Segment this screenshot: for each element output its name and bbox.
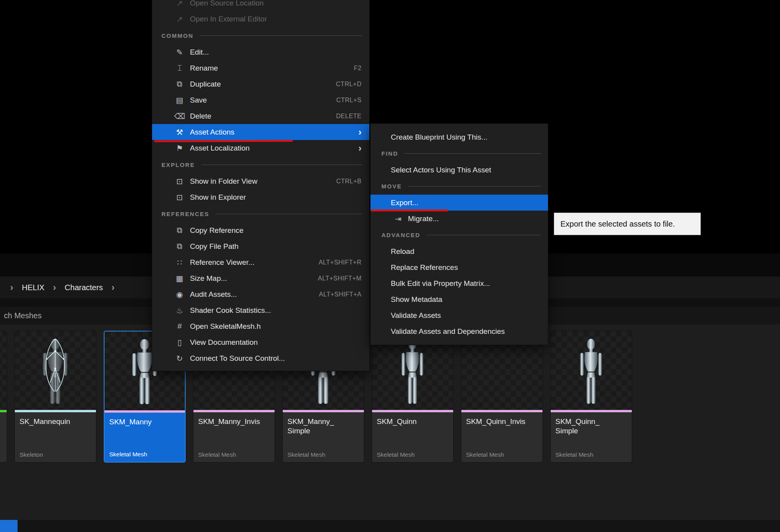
menu-item-label: Size Map...: [190, 274, 227, 283]
menu-item-create-blueprint-using-this[interactable]: Create Blueprint Using This...: [370, 129, 548, 145]
wrench-icon: ⚒: [169, 128, 190, 137]
asset-tile-skm-quinn[interactable]: SKM_Quinn Skeletal Mesh: [372, 331, 454, 463]
asset-name: SKM_Quinn_Simple: [555, 417, 603, 436]
pencil-icon: ✎: [169, 48, 190, 57]
menu-item-duplicate[interactable]: ⧉ Duplicate CTRL+D: [152, 76, 369, 92]
migrate-icon: ⇥: [388, 214, 408, 223]
asset-label-area: [0, 412, 7, 462]
menu-item-show-in-folder-view[interactable]: ⊡ Show in Folder View CTRL+B: [152, 173, 369, 189]
mannequin-figure: [569, 337, 613, 405]
section-divider: [404, 153, 541, 154]
chevron-right-icon: ›: [112, 283, 115, 292]
asset-tile-skm-quinn-invis[interactable]: SKM_Quinn_Invis Skeletal Mesh: [461, 331, 543, 463]
menu-item-select-actors-using-this-asset[interactable]: Select Actors Using This Asset: [370, 162, 548, 178]
asset-tile-partial[interactable]: [0, 331, 7, 463]
menu-item-label: Shader Cook Statistics...: [190, 306, 271, 315]
menu-item-export[interactable]: Export...: [370, 195, 548, 211]
section-label: ADVANCED: [381, 232, 420, 238]
menu-item-label: Open SkeletalMesh.h: [190, 322, 261, 331]
menu-item-edit[interactable]: ✎ Edit...: [152, 44, 369, 60]
section-label: MOVE: [381, 183, 402, 190]
menu-item-label: Show in Explorer: [190, 193, 246, 202]
menu-item-label: View Documentation: [190, 338, 258, 347]
chevron-right-icon: ›: [10, 283, 13, 292]
menu-item-label: Create Blueprint Using This...: [391, 133, 488, 142]
menu-item-label: Replace References: [391, 263, 458, 272]
menu-item-label: Migrate...: [408, 215, 439, 223]
section-divider: [427, 235, 541, 235]
menu-item-audit-assets[interactable]: ◉ Audit Assets... ALT+SHIFT+A: [152, 286, 369, 302]
asset-name: SKM_Manny_Simple: [287, 417, 335, 436]
menu-item-label: Connect To Source Control...: [190, 354, 285, 363]
asset-name: SKM_Manny: [109, 417, 180, 427]
red-underline-annotation: [371, 209, 448, 211]
documentation-icon: ▯: [169, 338, 190, 347]
menu-item-asset-localization[interactable]: ⚑ Asset Localization ›: [152, 140, 369, 156]
asset-tile-skm-quinn-simple[interactable]: SKM_Quinn_Simple Skeletal Mesh: [550, 331, 632, 463]
breadcrumb-item-characters[interactable]: Characters: [65, 283, 103, 292]
menu-item-open-source-location[interactable]: ↗ Open Source Location: [152, 0, 369, 11]
menu-item-validate-assets[interactable]: Validate Assets: [370, 307, 548, 323]
menu-item-show-metadata[interactable]: Show Metadata: [370, 291, 548, 307]
menu-item-label: Reload: [391, 247, 414, 256]
menu-item-label: Bulk Edit via Property Matrix...: [391, 279, 490, 288]
menu-section-advanced: ADVANCED: [370, 227, 548, 243]
menu-item-bulk-edit-via-property-matrix[interactable]: Bulk Edit via Property Matrix...: [370, 275, 548, 291]
flag-icon: ⚑: [169, 144, 190, 153]
asset-label-area: SKM_Quinn_Invis Skeletal Mesh: [461, 412, 542, 462]
menu-item-copy-reference[interactable]: ⧉ Copy Reference: [152, 222, 369, 238]
header-file-icon: #: [169, 322, 190, 331]
asset-type: Skeletal Mesh: [377, 451, 448, 458]
menu-item-open-skeletalmesh-h[interactable]: # Open SkeletalMesh.h: [152, 318, 369, 334]
menu-item-label: Validate Assets: [391, 311, 441, 320]
section-label: EXPLORE: [161, 161, 195, 168]
menu-section-explore: EXPLORE: [152, 156, 369, 173]
menu-item-view-documentation[interactable]: ▯ View Documentation: [152, 334, 369, 350]
menu-item-size-map[interactable]: ▦ Size Map... ALT+SHIFT+M: [152, 270, 369, 286]
menu-item-show-in-explorer[interactable]: ⊡ Show in Explorer: [152, 189, 369, 205]
shortcut-label: ALT+SHIFT+A: [319, 291, 362, 298]
menu-section-move: MOVE: [370, 178, 548, 195]
menu-item-shader-cook-statistics[interactable]: ♨ Shader Cook Statistics...: [152, 302, 369, 318]
asset-label-area: SKM_Quinn_Simple Skeletal Mesh: [551, 412, 632, 462]
chevron-right-icon: ›: [358, 144, 362, 153]
menu-item-label: Save: [190, 96, 207, 105]
menu-item-copy-file-path[interactable]: ⧉ Copy File Path: [152, 238, 369, 254]
status-bar-accent[interactable]: [0, 520, 18, 532]
open-source-location-icon: ↗: [169, 0, 190, 8]
menu-item-rename[interactable]: ⌶ Rename F2: [152, 60, 369, 76]
menu-item-save[interactable]: ▤ Save CTRL+S: [152, 92, 369, 108]
menu-item-label: Delete: [190, 112, 211, 121]
section-label: FIND: [381, 150, 398, 157]
open-external-editor-icon: ↗: [169, 14, 190, 24]
menu-item-label: Copy Reference: [190, 226, 243, 235]
menu-item-migrate[interactable]: ⇥ Migrate...: [370, 211, 548, 227]
section-label: REFERENCES: [161, 211, 209, 217]
menu-item-asset-actions[interactable]: ⚒ Asset Actions ›: [152, 124, 369, 140]
menu-item-delete[interactable]: ⌫ Delete DELETE: [152, 108, 369, 124]
menu-item-label: Edit...: [190, 48, 209, 57]
export-tooltip: Export the selected assets to file.: [554, 213, 701, 235]
section-divider: [216, 214, 362, 214]
menu-item-validate-assets-and-dependencies[interactable]: Validate Assets and Dependencies: [370, 323, 548, 339]
menu-item-open-in-external-editor[interactable]: ↗ Open In External Editor: [152, 11, 369, 27]
mannequin-figure: [391, 337, 434, 405]
skeleton-figure: [34, 337, 77, 405]
menu-item-connect-to-source-control[interactable]: ↻ Connect To Source Control...: [152, 350, 369, 366]
folder-search-icon: ⊡: [169, 193, 190, 202]
asset-tile-row: SK_Mannequin Skeleton SKM_Manny Skeletal…: [0, 331, 780, 463]
save-icon: ▤: [169, 96, 190, 105]
reference-graph-icon: ∷: [169, 258, 190, 267]
section-divider: [200, 35, 362, 36]
breadcrumb-item-helix[interactable]: HELIX: [22, 283, 44, 292]
source-control-icon: ↻: [169, 354, 190, 363]
asset-tile-sk-mannequin[interactable]: SK_Mannequin Skeleton: [14, 331, 96, 463]
rename-icon: ⌶: [169, 64, 190, 73]
menu-item-reload[interactable]: Reload: [370, 243, 548, 259]
asset-thumbnail: [551, 331, 632, 410]
folder-search-icon: ⊡: [169, 177, 190, 186]
menu-item-label: Select Actors Using This Asset: [391, 166, 491, 174]
menu-item-replace-references[interactable]: Replace References: [370, 259, 548, 275]
menu-item-reference-viewer[interactable]: ∷ Reference Viewer... ALT+SHIFT+R: [152, 254, 369, 270]
asset-label-area: SKM_Manny_Simple Skeletal Mesh: [283, 412, 364, 462]
